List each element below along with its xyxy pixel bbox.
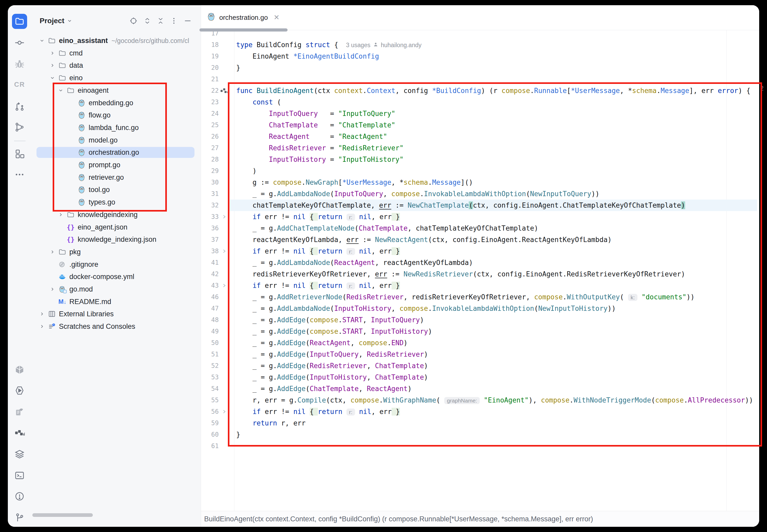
tree-item-model-go[interactable]: model.go	[31, 134, 201, 146]
tree-item-knowledgeindexing[interactable]: knowledgeindexing	[31, 208, 201, 221]
tree-item-flow-go[interactable]: flow.go	[31, 109, 201, 121]
commit-icon[interactable]	[12, 35, 27, 50]
tree-item-eino[interactable]: eino	[31, 72, 201, 84]
build-cube-icon[interactable]	[12, 362, 27, 377]
run-anything-icon[interactable]	[12, 383, 27, 398]
project-folder-icon[interactable]	[12, 14, 27, 29]
more-kebab-icon[interactable]	[168, 15, 180, 27]
chevron-right-icon[interactable]	[58, 212, 64, 218]
debug-icon[interactable]	[12, 57, 27, 72]
fold-expand-icon[interactable]	[221, 283, 227, 288]
tab-scroll-indicator[interactable]	[199, 28, 287, 32]
tree-item-docker-compose-yml[interactable]: docker-compose.yml	[31, 270, 201, 283]
tree-item-cmd[interactable]: cmd	[31, 47, 201, 59]
tree-item-external-libraries[interactable]: External Libraries	[31, 308, 201, 320]
problems-icon[interactable]	[12, 489, 27, 504]
tree-item-data[interactable]: data	[31, 59, 201, 72]
tree-item-go-mod[interactable]: go.mod	[31, 283, 201, 295]
graph-gutter-icon[interactable]	[220, 88, 228, 94]
tree-item--gitignore[interactable]: .gitignore	[31, 258, 201, 271]
chevron-right-icon[interactable]	[39, 311, 45, 317]
code-line-19[interactable]: 19 EinoAgent *EinoAgentBuildConfig	[201, 51, 759, 62]
code-line-27[interactable]: 27 RedisRetriever = "RedisRetriever"	[201, 142, 759, 154]
code-line-30[interactable]: 30 g := compose.NewGraph[*UserMessage, *…	[201, 177, 759, 188]
profiler-icon[interactable]	[12, 425, 27, 440]
code-line-33[interactable]: 33 if err != nil { return r: nil, err }	[201, 211, 759, 222]
locate-icon[interactable]	[128, 15, 139, 27]
tree-item-types-go[interactable]: types.go	[31, 196, 201, 208]
code-line-23[interactable]: 23 const (	[201, 96, 759, 108]
tree-item-einoagent[interactable]: einoagent	[31, 84, 201, 97]
chevron-right-icon[interactable]	[50, 50, 55, 56]
chevron-right-icon[interactable]	[39, 324, 45, 329]
code-editor[interactable]: 1718type BuildConfig struct {3 usageshuh…	[201, 30, 759, 511]
code-line-25[interactable]: 25 ChatTemplate = "ChatTemplate"	[201, 119, 759, 131]
pull-requests-icon[interactable]	[12, 99, 27, 114]
code-line-26[interactable]: 26 ReactAgent = "ReactAgent"	[201, 131, 759, 142]
code-line-51[interactable]: 51 _ = g.AddEdge(InputToQuery, RedisRetr…	[201, 349, 759, 360]
code-line-54[interactable]: 54 _ = g.AddEdge(ChatTemplate, ReactAgen…	[201, 383, 759, 394]
code-line-18[interactable]: 18type BuildConfig struct {3 usageshuhai…	[201, 39, 759, 51]
notifications-doc-icon[interactable]	[12, 404, 27, 419]
expand-all-icon[interactable]	[142, 15, 153, 27]
chevron-down-icon[interactable]	[50, 75, 55, 81]
vcs-graph-icon[interactable]	[12, 120, 27, 135]
code-line-52[interactable]: 52 _ = g.AddEdge(RedisRetriever, ChatTem…	[201, 360, 759, 372]
tree-item-eino-assistant[interactable]: eino_assistant~/gocode/src/github.com/cl	[31, 34, 201, 47]
code-line-29[interactable]: 29 )	[201, 165, 759, 177]
tree-item-lambda-func-go[interactable]: lambda_func.go	[31, 121, 201, 134]
code-line-41[interactable]: 41 _ = g.AddLambdaNode(ReactAgent, react…	[201, 257, 759, 268]
tree-item-eino-agent-json[interactable]: {}eino_agent.json	[31, 221, 201, 233]
tab-orchestration-go[interactable]: orchestration.go ✕	[207, 8, 279, 27]
structure-icon[interactable]	[12, 146, 27, 161]
code-line-22[interactable]: 22func BuildEinoAgent(ctx context.Contex…	[201, 85, 759, 96]
code-line-32[interactable]: 32 chatTemplateKeyOfChatTemplate, err :=…	[201, 200, 759, 211]
code-line-56[interactable]: 56 if err != nil { return r: nil, err }	[201, 406, 759, 417]
chevron-right-icon[interactable]	[50, 249, 55, 255]
code-line-21[interactable]: 21	[201, 73, 759, 85]
tree-item-embedding-go[interactable]: embedding.go	[31, 97, 201, 109]
code-line-20[interactable]: 20}	[201, 62, 759, 73]
code-line-24[interactable]: 24 InputToQuery = "InputToQuery"	[201, 108, 759, 119]
code-line-48[interactable]: 48 _ = g.AddEdge(compose.START, InputToQ…	[201, 314, 759, 326]
fold-expand-icon[interactable]	[221, 248, 227, 254]
fold-expand-icon[interactable]	[221, 409, 227, 415]
code-line-53[interactable]: 53 _ = g.AddEdge(InputToHistory, ChatTem…	[201, 372, 759, 383]
collapse-all-icon[interactable]	[155, 15, 166, 27]
code-line-49[interactable]: 49 _ = g.AddEdge(compose.START, InputToH…	[201, 326, 759, 337]
terminal-icon[interactable]	[12, 468, 27, 483]
fold-expand-icon[interactable]	[221, 214, 227, 220]
tree-item-orchestration-go[interactable]: orchestration.go	[31, 146, 201, 159]
hide-icon[interactable]	[182, 15, 193, 27]
more-icon[interactable]	[12, 167, 27, 182]
code-line-31[interactable]: 31 _ = g.AddLambdaNode(InputToQuery, com…	[201, 188, 759, 200]
tree-item-tool-go[interactable]: tool.go	[31, 183, 201, 196]
tree-item-knowledge-indexing-json[interactable]: {}knowledge_indexing.json	[31, 233, 201, 246]
code-line-61[interactable]: 61	[201, 440, 759, 452]
tree-item-readme-md[interactable]: M↓README.md	[31, 295, 201, 308]
tree-item-pkg[interactable]: pkg	[31, 246, 201, 258]
usages-annotation[interactable]: 3 usageshuhailong.andy	[346, 39, 421, 51]
code-line-43[interactable]: 43 if err != nil { return r: nil, err }	[201, 280, 759, 291]
tree-item-retriever-go[interactable]: retriever.go	[31, 171, 201, 184]
project-panel-horizontal-scrollbar[interactable]	[32, 513, 93, 517]
tree-item-prompt-go[interactable]: prompt.go	[31, 159, 201, 171]
git-icon[interactable]	[12, 510, 27, 525]
chevron-right-icon[interactable]	[50, 63, 55, 68]
tree-item-scratches-and-consoles[interactable]: Scratches and Consoles	[31, 320, 201, 333]
code-line-60[interactable]: 60}	[201, 429, 759, 440]
code-line-38[interactable]: 38 if err != nil { return r: nil, err }	[201, 245, 759, 257]
chevron-right-icon[interactable]	[50, 286, 55, 292]
code-review-icon[interactable]: CR	[12, 77, 27, 92]
chevron-down-icon[interactable]	[58, 88, 64, 93]
code-line-59[interactable]: 59 return r, err	[201, 417, 759, 429]
code-line-46[interactable]: 46 _ = g.AddRetrieverNode(RedisRetriever…	[201, 291, 759, 303]
code-line-36[interactable]: 36 _ = g.AddChatTemplateNode(ChatTemplat…	[201, 222, 759, 234]
chevron-down-icon[interactable]	[39, 38, 45, 44]
code-line-47[interactable]: 47 _ = g.AddLambdaNode(InputToHistory, c…	[201, 303, 759, 314]
services-icon[interactable]	[12, 447, 27, 462]
code-line-55[interactable]: 55 r, err = g.Compile(ctx, compose.WithG…	[201, 394, 759, 406]
code-line-28[interactable]: 28 InputToHistory = "InputToHistory"	[201, 154, 759, 165]
code-line-42[interactable]: 42 redisRetrieverKeyOfRetriever, err := …	[201, 268, 759, 280]
close-icon[interactable]: ✕	[273, 13, 279, 22]
